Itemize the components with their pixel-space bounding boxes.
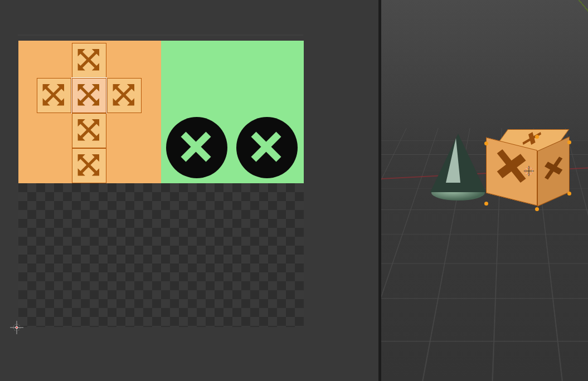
object-cube[interactable] [486,129,570,213]
svg-point-3 [16,326,18,329]
arrows-icon [41,82,67,109]
arrows-icon [76,82,103,109]
uv-face-back[interactable] [72,148,106,183]
app-root [0,0,588,381]
viewport-3d[interactable] [381,0,588,381]
x-icon [250,131,284,164]
uv-image-area[interactable] [18,41,304,327]
arrows-icon [76,152,103,179]
object-cone[interactable] [430,134,486,201]
uv-face-left[interactable] [37,78,71,113]
uv-editor-panel[interactable] [0,0,379,381]
arrows-icon [76,47,103,74]
uv-face-bottom[interactable] [72,113,106,148]
uv-face-right[interactable] [107,78,142,113]
uv-top-edge [18,35,303,36]
texture-x-disk-0 [166,117,227,178]
x-icon [180,131,213,164]
arrows-icon [76,117,103,144]
texture-x-disk-1 [236,117,298,178]
uv-face-front[interactable] [72,78,106,113]
arrows-icon [111,82,138,109]
uv-face-top[interactable] [72,43,106,78]
